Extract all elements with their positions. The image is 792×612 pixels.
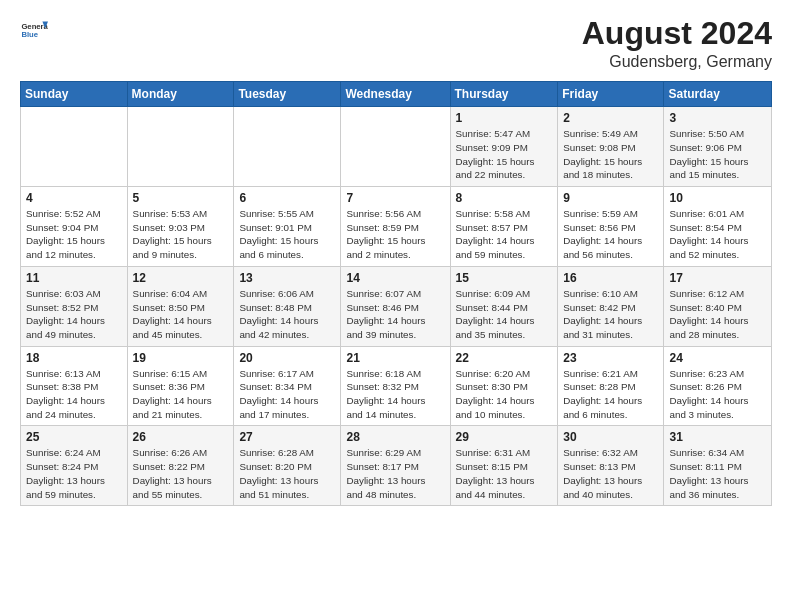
col-friday: Friday	[558, 82, 664, 107]
day-info: Sunrise: 6:28 AM Sunset: 8:20 PM Dayligh…	[239, 446, 335, 501]
day-number: 10	[669, 191, 766, 205]
calendar-header-row: Sunday Monday Tuesday Wednesday Thursday…	[21, 82, 772, 107]
table-row: 10Sunrise: 6:01 AM Sunset: 8:54 PM Dayli…	[664, 187, 772, 267]
day-info: Sunrise: 6:09 AM Sunset: 8:44 PM Dayligh…	[456, 287, 553, 342]
day-info: Sunrise: 6:12 AM Sunset: 8:40 PM Dayligh…	[669, 287, 766, 342]
day-number: 22	[456, 351, 553, 365]
main-title: August 2024	[582, 16, 772, 51]
day-number: 18	[26, 351, 122, 365]
table-row: 22Sunrise: 6:20 AM Sunset: 8:30 PM Dayli…	[450, 346, 558, 426]
table-row	[21, 107, 128, 187]
day-number: 26	[133, 430, 229, 444]
table-row: 24Sunrise: 6:23 AM Sunset: 8:26 PM Dayli…	[664, 346, 772, 426]
day-number: 2	[563, 111, 658, 125]
day-number: 24	[669, 351, 766, 365]
table-row: 9Sunrise: 5:59 AM Sunset: 8:56 PM Daylig…	[558, 187, 664, 267]
table-row: 23Sunrise: 6:21 AM Sunset: 8:28 PM Dayli…	[558, 346, 664, 426]
day-info: Sunrise: 6:24 AM Sunset: 8:24 PM Dayligh…	[26, 446, 122, 501]
day-number: 30	[563, 430, 658, 444]
table-row: 25Sunrise: 6:24 AM Sunset: 8:24 PM Dayli…	[21, 426, 128, 506]
table-row: 3Sunrise: 5:50 AM Sunset: 9:06 PM Daylig…	[664, 107, 772, 187]
day-info: Sunrise: 6:31 AM Sunset: 8:15 PM Dayligh…	[456, 446, 553, 501]
day-info: Sunrise: 6:34 AM Sunset: 8:11 PM Dayligh…	[669, 446, 766, 501]
day-number: 13	[239, 271, 335, 285]
day-info: Sunrise: 6:23 AM Sunset: 8:26 PM Dayligh…	[669, 367, 766, 422]
table-row: 17Sunrise: 6:12 AM Sunset: 8:40 PM Dayli…	[664, 266, 772, 346]
day-info: Sunrise: 6:18 AM Sunset: 8:32 PM Dayligh…	[346, 367, 444, 422]
day-info: Sunrise: 6:29 AM Sunset: 8:17 PM Dayligh…	[346, 446, 444, 501]
table-row	[341, 107, 450, 187]
day-info: Sunrise: 5:52 AM Sunset: 9:04 PM Dayligh…	[26, 207, 122, 262]
day-number: 5	[133, 191, 229, 205]
day-number: 11	[26, 271, 122, 285]
day-info: Sunrise: 5:56 AM Sunset: 8:59 PM Dayligh…	[346, 207, 444, 262]
table-row: 30Sunrise: 6:32 AM Sunset: 8:13 PM Dayli…	[558, 426, 664, 506]
day-number: 25	[26, 430, 122, 444]
col-thursday: Thursday	[450, 82, 558, 107]
day-number: 23	[563, 351, 658, 365]
day-number: 21	[346, 351, 444, 365]
day-number: 9	[563, 191, 658, 205]
day-number: 3	[669, 111, 766, 125]
day-number: 20	[239, 351, 335, 365]
col-tuesday: Tuesday	[234, 82, 341, 107]
table-row: 31Sunrise: 6:34 AM Sunset: 8:11 PM Dayli…	[664, 426, 772, 506]
day-info: Sunrise: 6:17 AM Sunset: 8:34 PM Dayligh…	[239, 367, 335, 422]
svg-text:Blue: Blue	[21, 30, 38, 39]
table-row: 16Sunrise: 6:10 AM Sunset: 8:42 PM Dayli…	[558, 266, 664, 346]
col-saturday: Saturday	[664, 82, 772, 107]
table-row: 15Sunrise: 6:09 AM Sunset: 8:44 PM Dayli…	[450, 266, 558, 346]
table-row: 14Sunrise: 6:07 AM Sunset: 8:46 PM Dayli…	[341, 266, 450, 346]
table-row: 2Sunrise: 5:49 AM Sunset: 9:08 PM Daylig…	[558, 107, 664, 187]
table-row: 12Sunrise: 6:04 AM Sunset: 8:50 PM Dayli…	[127, 266, 234, 346]
table-row: 6Sunrise: 5:55 AM Sunset: 9:01 PM Daylig…	[234, 187, 341, 267]
day-info: Sunrise: 6:07 AM Sunset: 8:46 PM Dayligh…	[346, 287, 444, 342]
table-row: 19Sunrise: 6:15 AM Sunset: 8:36 PM Dayli…	[127, 346, 234, 426]
day-number: 6	[239, 191, 335, 205]
day-info: Sunrise: 6:13 AM Sunset: 8:38 PM Dayligh…	[26, 367, 122, 422]
day-number: 4	[26, 191, 122, 205]
col-sunday: Sunday	[21, 82, 128, 107]
day-info: Sunrise: 6:20 AM Sunset: 8:30 PM Dayligh…	[456, 367, 553, 422]
calendar-week-row: 11Sunrise: 6:03 AM Sunset: 8:52 PM Dayli…	[21, 266, 772, 346]
day-info: Sunrise: 6:32 AM Sunset: 8:13 PM Dayligh…	[563, 446, 658, 501]
calendar-week-row: 25Sunrise: 6:24 AM Sunset: 8:24 PM Dayli…	[21, 426, 772, 506]
day-info: Sunrise: 5:55 AM Sunset: 9:01 PM Dayligh…	[239, 207, 335, 262]
table-row: 1Sunrise: 5:47 AM Sunset: 9:09 PM Daylig…	[450, 107, 558, 187]
table-row: 20Sunrise: 6:17 AM Sunset: 8:34 PM Dayli…	[234, 346, 341, 426]
header: General Blue August 2024 Gudensberg, Ger…	[20, 16, 772, 71]
day-info: Sunrise: 5:53 AM Sunset: 9:03 PM Dayligh…	[133, 207, 229, 262]
day-info: Sunrise: 6:10 AM Sunset: 8:42 PM Dayligh…	[563, 287, 658, 342]
table-row: 11Sunrise: 6:03 AM Sunset: 8:52 PM Dayli…	[21, 266, 128, 346]
calendar-week-row: 4Sunrise: 5:52 AM Sunset: 9:04 PM Daylig…	[21, 187, 772, 267]
col-monday: Monday	[127, 82, 234, 107]
table-row: 13Sunrise: 6:06 AM Sunset: 8:48 PM Dayli…	[234, 266, 341, 346]
table-row: 26Sunrise: 6:26 AM Sunset: 8:22 PM Dayli…	[127, 426, 234, 506]
day-number: 12	[133, 271, 229, 285]
subtitle: Gudensberg, Germany	[582, 53, 772, 71]
table-row: 4Sunrise: 5:52 AM Sunset: 9:04 PM Daylig…	[21, 187, 128, 267]
table-row: 7Sunrise: 5:56 AM Sunset: 8:59 PM Daylig…	[341, 187, 450, 267]
day-number: 7	[346, 191, 444, 205]
day-info: Sunrise: 6:01 AM Sunset: 8:54 PM Dayligh…	[669, 207, 766, 262]
table-row: 21Sunrise: 6:18 AM Sunset: 8:32 PM Dayli…	[341, 346, 450, 426]
day-number: 8	[456, 191, 553, 205]
day-number: 29	[456, 430, 553, 444]
calendar-week-row: 1Sunrise: 5:47 AM Sunset: 9:09 PM Daylig…	[21, 107, 772, 187]
title-block: August 2024 Gudensberg, Germany	[582, 16, 772, 71]
table-row: 5Sunrise: 5:53 AM Sunset: 9:03 PM Daylig…	[127, 187, 234, 267]
day-info: Sunrise: 6:26 AM Sunset: 8:22 PM Dayligh…	[133, 446, 229, 501]
logo: General Blue	[20, 16, 48, 44]
table-row: 28Sunrise: 6:29 AM Sunset: 8:17 PM Dayli…	[341, 426, 450, 506]
logo-icon: General Blue	[20, 16, 48, 44]
day-info: Sunrise: 5:59 AM Sunset: 8:56 PM Dayligh…	[563, 207, 658, 262]
col-wednesday: Wednesday	[341, 82, 450, 107]
day-info: Sunrise: 6:04 AM Sunset: 8:50 PM Dayligh…	[133, 287, 229, 342]
table-row: 8Sunrise: 5:58 AM Sunset: 8:57 PM Daylig…	[450, 187, 558, 267]
day-info: Sunrise: 5:50 AM Sunset: 9:06 PM Dayligh…	[669, 127, 766, 182]
day-info: Sunrise: 5:47 AM Sunset: 9:09 PM Dayligh…	[456, 127, 553, 182]
day-number: 16	[563, 271, 658, 285]
day-number: 19	[133, 351, 229, 365]
calendar-week-row: 18Sunrise: 6:13 AM Sunset: 8:38 PM Dayli…	[21, 346, 772, 426]
day-number: 17	[669, 271, 766, 285]
